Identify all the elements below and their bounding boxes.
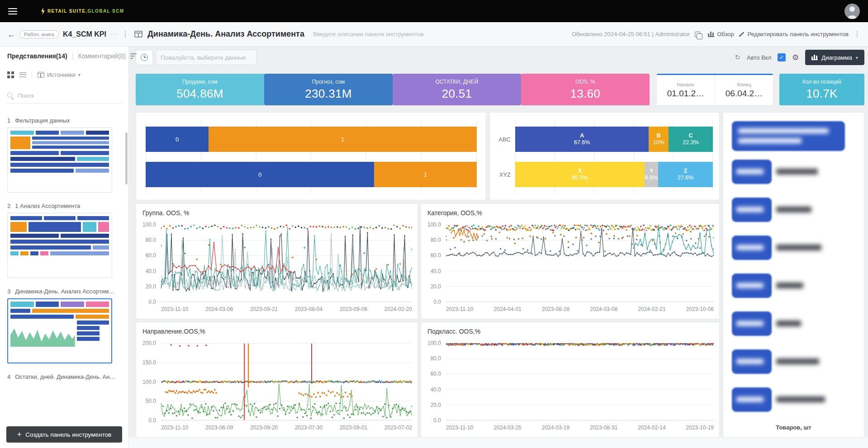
- dashboard-description-placeholder[interactable]: Введите описание панели инструментов: [313, 31, 424, 38]
- bar-segment-b[interactable]: B10%: [649, 127, 669, 152]
- date-start-field[interactable]: Начало 01.01.2…: [657, 75, 715, 105]
- top-app-bar: RETAIL SUITE.GLOBAL SCM: [0, 0, 868, 22]
- auto-checkbox[interactable]: ✓: [778, 53, 786, 61]
- bar-segment-z[interactable]: Z27.6%: [658, 162, 713, 187]
- product-bar[interactable]: [732, 160, 772, 184]
- panel-products-bar-chart: Товаров, шт: [723, 112, 864, 438]
- kpi-card-stock-days: ОСТАТКИ, ДНЕЙ 20.51: [393, 74, 521, 105]
- bar-segment[interactable]: 0: [146, 127, 209, 152]
- view-thumbnail[interactable]: [7, 213, 112, 278]
- view-item-label: Остатки, дней. Динамика-День. Ан…: [15, 373, 115, 380]
- x-axis-labels: 2023-11-102024-03-062023-09-212023-08-04…: [161, 306, 412, 312]
- view-item-number: 4: [7, 373, 10, 380]
- workbook-more-menu[interactable]: ···: [110, 31, 118, 38]
- app-root: RETAIL SUITE.GLOBAL SCM ← Рабоч. книга K…: [0, 0, 868, 448]
- scatter-plot-canvas[interactable]: [446, 225, 714, 302]
- scatter-plot-canvas[interactable]: [161, 343, 412, 420]
- view-thumbnail[interactable]: [7, 127, 112, 193]
- xyz-bar: X65.5% Y6.8% Z27.6%: [515, 162, 713, 187]
- panel-subclass-oos-chart: Подкласс. OOS,% 100.080.060.040.020.00.0…: [421, 322, 720, 438]
- y-axis-labels: 200.0150.0100.050.00.0: [136, 339, 156, 424]
- segment-label: 1: [341, 136, 344, 143]
- stacked-bar-row-2: 0 1: [146, 162, 477, 187]
- pencil-icon: [739, 31, 745, 37]
- tab-divider: |: [72, 52, 74, 60]
- chart-icon: [811, 55, 818, 60]
- clock-icon: [141, 54, 148, 61]
- scatter-plot-canvas[interactable]: [161, 225, 412, 302]
- panel-direction-oos-chart: Направление.OOS,% 200.0150.0100.050.00.0…: [136, 322, 418, 438]
- tab-views[interactable]: Представления(14): [7, 52, 67, 60]
- data-filter-field[interactable]: [156, 50, 257, 65]
- logo-bolt-icon: [41, 8, 45, 15]
- list-view-icon[interactable]: [19, 72, 26, 77]
- view-item-4[interactable]: 4Остатки, дней. Динамика-День. Ан…: [7, 373, 121, 380]
- sort-filter-icon[interactable]: [130, 53, 137, 59]
- gear-icon[interactable]: ⚙: [792, 54, 799, 61]
- bar-segment[interactable]: 0: [146, 162, 374, 187]
- segment-label: 1: [424, 171, 427, 178]
- create-dashboard-label: Создать панель инструментов: [25, 431, 111, 438]
- bar-segment[interactable]: 1: [209, 127, 477, 152]
- time-filter-button[interactable]: [136, 50, 153, 65]
- view-item-3-selected[interactable]: 3Динамика-День. Анализ Ассортим…: [7, 288, 121, 363]
- mini-area-chart: [10, 321, 75, 347]
- copy-icon[interactable]: [695, 32, 700, 37]
- data-filter-input[interactable]: [161, 54, 252, 61]
- logo-text-primary: RETAIL SUITE.: [47, 9, 87, 14]
- bar-segment-c[interactable]: C22.3%: [669, 127, 713, 152]
- view-item-label: Динамика-День. Анализ Ассортим…: [15, 288, 114, 295]
- product-bar[interactable]: [732, 274, 772, 298]
- view-item-number: 1: [7, 117, 10, 124]
- view-item-label: 1 Анализ Ассортимента: [15, 203, 80, 209]
- bar-segment-x[interactable]: X65.5%: [515, 162, 645, 187]
- view-mode-row: Источники ▾: [0, 66, 128, 84]
- bar-segment-a[interactable]: A67.6%: [515, 127, 649, 152]
- product-bar[interactable]: [732, 387, 772, 412]
- auto-toggle-label: Авто Вкл: [747, 54, 771, 61]
- workbook-kebab-icon[interactable]: ⋮: [122, 30, 129, 38]
- date-end-field[interactable]: Конец 06.04.2…: [715, 75, 773, 105]
- bar-segment[interactable]: 1: [374, 162, 477, 187]
- bar-segment-y[interactable]: Y6.8%: [645, 162, 658, 187]
- dashboard-title: Динамика-День. Анализ Ассортимента: [147, 29, 304, 39]
- kpi-value: 13.60: [570, 87, 601, 101]
- header-kebab-icon[interactable]: ⋮: [854, 30, 861, 38]
- dashboard-header: ← Рабоч. книга K4_SCM KPI ··· ⋮ Динамика…: [0, 22, 868, 47]
- segment-label: 0: [175, 136, 179, 143]
- kpi-value: 230.31M: [305, 87, 351, 101]
- product-bar[interactable]: [732, 121, 845, 151]
- hamburger-menu-icon[interactable]: [8, 8, 17, 14]
- edit-dashboard-button[interactable]: Редактировать панель инструментов: [739, 31, 849, 38]
- view-item-1[interactable]: 1Фильтрация данных: [7, 117, 121, 193]
- user-avatar[interactable]: [844, 4, 860, 19]
- chart-title: Группа. OOS, %: [142, 209, 190, 217]
- product-bar[interactable]: [732, 311, 772, 336]
- workbook-header: ← Рабоч. книга K4_SCM KPI ··· ⋮: [0, 30, 129, 38]
- sources-dropdown[interactable]: Источники ▾: [38, 71, 81, 78]
- view-thumbnail-selected[interactable]: [7, 298, 112, 363]
- kpi-label: OOS, %: [575, 79, 595, 85]
- view-item-number: 3: [7, 288, 10, 295]
- abc-axis-label: ABC: [490, 136, 511, 143]
- scatter-plot-canvas[interactable]: [446, 343, 714, 420]
- date-end-label: Конец: [737, 82, 751, 87]
- grid-view-icon[interactable]: [7, 71, 14, 78]
- search-input[interactable]: [18, 92, 121, 99]
- x-axis-labels: 2023-11-102024-04-012023-08-282024-03-08…: [446, 306, 714, 312]
- search-icon: [7, 93, 14, 99]
- overview-button[interactable]: Обзор: [708, 31, 734, 38]
- back-arrow-icon[interactable]: ←: [7, 30, 15, 38]
- view-item-2[interactable]: 21 Анализ Ассортимента: [7, 203, 121, 278]
- toolbar-right-controls: ↻ Авто Вкл ✓ ⚙ Диаграмма ▾: [735, 50, 865, 65]
- product-bar[interactable]: [732, 198, 772, 222]
- workbook-title: K4_SCM KPI: [63, 30, 106, 38]
- chart-type-button[interactable]: Диаграмма ▾: [805, 50, 864, 65]
- chevron-down-icon: ▾: [856, 55, 858, 60]
- sidebar-scrollbar[interactable]: [125, 132, 128, 184]
- create-dashboard-button[interactable]: + Создать панель инструментов: [6, 426, 122, 443]
- tab-comments[interactable]: Комментарий(0): [78, 52, 126, 60]
- product-bar[interactable]: [732, 349, 772, 374]
- sidebar-tabs: Представления(14) | Комментарий(0): [0, 47, 128, 66]
- product-bar[interactable]: [732, 236, 772, 260]
